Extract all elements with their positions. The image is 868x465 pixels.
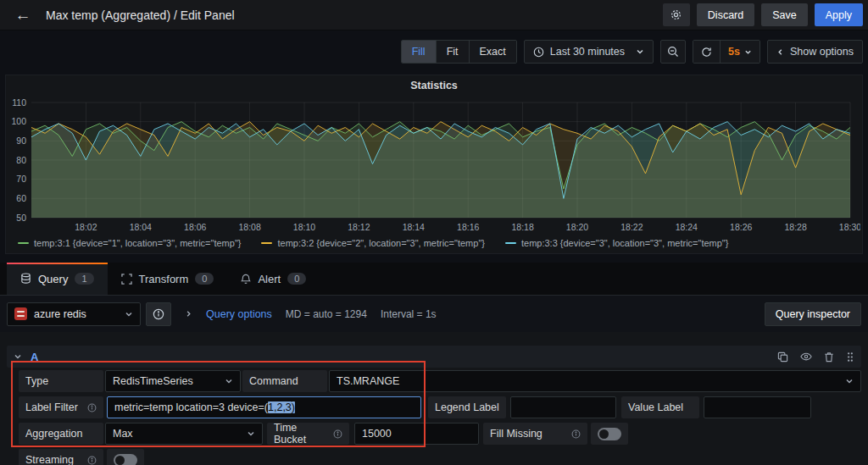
query-ref-id[interactable]: A [31, 351, 38, 363]
chart-panel: Statistics 506070809010011018:0218:0418:… [5, 75, 863, 254]
toggle-knob [599, 429, 609, 439]
eye-icon[interactable] [800, 352, 812, 362]
chevron-down-icon [636, 47, 644, 56]
editor-tabs: Query 1 Transform 0 Alert 0 [0, 263, 868, 296]
svg-text:18:12: 18:12 [348, 222, 370, 232]
command-select[interactable]: TS.MRANGE [329, 370, 861, 392]
time-range-label: Last 30 minutes [550, 46, 625, 58]
transform-icon [121, 274, 132, 285]
label-filter-label: Label Filter [19, 396, 103, 418]
datasource-row: azure redis Query options MD = auto = 12… [0, 296, 868, 332]
fill-tab[interactable]: Fill [402, 41, 437, 63]
svg-text:18:04: 18:04 [130, 222, 152, 232]
svg-text:18:30: 18:30 [839, 222, 860, 232]
tab-transform[interactable]: Transform 0 [108, 263, 228, 295]
header-actions: Discard Save Apply [663, 3, 863, 26]
svg-text:18:02: 18:02 [75, 222, 97, 232]
value-label-input[interactable] [704, 396, 811, 418]
chevron-left-icon [776, 48, 784, 56]
legend-series-dash [18, 242, 29, 244]
chevron-down-icon [744, 48, 752, 56]
time-bucket-label: Time Bucket [267, 423, 349, 445]
refresh-interval-dropdown[interactable]: 5s [720, 41, 760, 63]
clock-icon [533, 47, 544, 58]
time-range-picker[interactable]: Last 30 minutes [524, 40, 654, 64]
time-series-plot[interactable]: 506070809010011018:0218:0418:0618:0818:1… [8, 97, 860, 236]
label-filter-input[interactable]: metric=temp location=3 device=(1,2,3) [107, 396, 421, 418]
fill-missing-label: Fill Missing [483, 423, 587, 445]
tab-query[interactable]: Query 1 [7, 263, 108, 295]
redis-logo-icon [14, 307, 27, 320]
legend-item[interactable]: temp:3:1 {device="1", location="3", metr… [18, 238, 241, 248]
datasource-name: azure redis [34, 308, 118, 320]
tab-alert[interactable]: Alert 0 [227, 263, 320, 295]
refresh-picker: 5s [693, 40, 760, 64]
exact-tab[interactable]: Exact [470, 41, 516, 63]
gear-icon [670, 8, 682, 21]
streaming-toggle[interactable] [107, 449, 144, 465]
legend-item[interactable]: temp:3:3 {device="3", location="3", metr… [505, 238, 728, 248]
legend-item[interactable]: temp:3:2 {device="2", location="3", metr… [261, 238, 484, 248]
query-inspector-button[interactable]: Query inspector [765, 302, 861, 326]
panel-toolbar: Fill Fit Exact Last 30 minutes [0, 37, 868, 66]
query-options-toggle[interactable]: Query options MD = auto = 1294 Interval … [185, 308, 437, 320]
chevron-down-icon [225, 377, 233, 385]
aggregation-value: Max [113, 428, 247, 440]
legend-series-dash [261, 242, 272, 244]
query-options-label: Query options [206, 308, 272, 320]
page-title: Max temp (Aggregated) / Edit Panel [46, 8, 235, 22]
bell-icon [241, 274, 251, 285]
drag-handle-icon[interactable] [846, 352, 854, 363]
save-button[interactable]: Save [761, 3, 808, 26]
tab-transform-label: Transform [139, 273, 189, 285]
size-mode-group: Fill Fit Exact [401, 40, 517, 64]
fill-missing-toggle[interactable] [591, 423, 628, 445]
show-options-label: Show options [790, 46, 854, 58]
aggregation-label: Aggregation [19, 423, 103, 445]
info-circle-icon [81, 456, 97, 465]
svg-text:50: 50 [16, 213, 26, 223]
svg-text:80: 80 [16, 155, 26, 165]
chevron-down-icon [247, 429, 255, 438]
chevron-down-icon[interactable] [14, 352, 22, 361]
legend-label-input[interactable] [510, 396, 616, 418]
fit-tab[interactable]: Fit [437, 41, 470, 63]
svg-text:18:26: 18:26 [730, 222, 752, 232]
type-select[interactable]: RedisTimeSeries [105, 370, 241, 392]
info-circle-icon [81, 403, 97, 412]
info-circle-icon [565, 429, 581, 439]
datasource-help-button[interactable] [146, 302, 171, 326]
legend-series-dash [505, 242, 516, 244]
duplicate-icon[interactable] [777, 352, 788, 363]
trash-icon[interactable] [824, 352, 834, 363]
panel-settings-button[interactable] [663, 3, 690, 26]
svg-text:18:22: 18:22 [620, 222, 643, 232]
aggregation-select[interactable]: Max [105, 423, 263, 445]
back-arrow-icon[interactable]: ← [8, 3, 37, 27]
toggle-track [114, 454, 137, 465]
chevron-down-icon [125, 310, 133, 318]
svg-text:18:16: 18:16 [457, 222, 479, 232]
tab-alert-badge: 0 [287, 273, 306, 285]
svg-text:18:28: 18:28 [784, 222, 806, 232]
zoom-out-button[interactable] [660, 40, 686, 64]
magnifier-minus-icon [667, 46, 679, 58]
info-circle-icon [153, 308, 164, 320]
time-bucket-input[interactable] [354, 423, 479, 445]
label-filter-text-post: ) [292, 401, 295, 413]
tab-transform-badge: 0 [195, 273, 214, 285]
database-icon [20, 273, 31, 285]
tab-alert-label: Alert [258, 273, 281, 285]
show-options-button[interactable]: Show options [767, 40, 863, 64]
svg-text:100: 100 [11, 116, 26, 126]
svg-text:60: 60 [16, 193, 26, 203]
discard-button[interactable]: Discard [697, 3, 754, 26]
datasource-picker[interactable]: azure redis [7, 302, 141, 326]
refresh-button[interactable] [693, 41, 720, 63]
chevron-right-icon [185, 310, 192, 318]
max-data-points-value: MD = auto = 1294 [286, 308, 367, 320]
query-row-header: A [7, 346, 861, 368]
apply-button[interactable]: Apply [815, 3, 863, 26]
svg-text:18:08: 18:08 [238, 222, 260, 232]
chart-svg: 506070809010011018:0218:0418:0618:0818:1… [8, 97, 860, 236]
